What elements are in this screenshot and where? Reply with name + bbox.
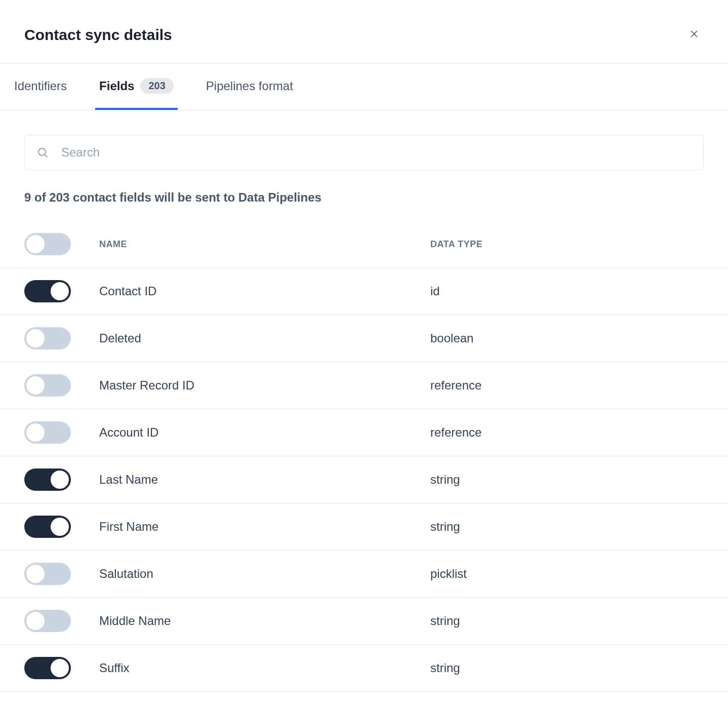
dialog-header: Contact sync details xyxy=(0,0,728,64)
row-toggle-col xyxy=(24,657,99,679)
table-row: Salutationpicklist xyxy=(0,551,728,598)
row-toggle-col xyxy=(24,374,99,397)
field-type: id xyxy=(430,284,704,298)
field-name: Last Name xyxy=(99,473,430,487)
field-name: Deleted xyxy=(99,331,430,345)
row-toggle-col xyxy=(24,327,99,349)
field-toggle[interactable] xyxy=(24,563,71,585)
field-type: reference xyxy=(430,425,704,440)
toggle-knob xyxy=(51,282,69,300)
toggle-knob xyxy=(26,329,45,347)
field-name: First Name xyxy=(99,520,430,534)
table-row: Suffixstring xyxy=(0,645,728,692)
close-button[interactable] xyxy=(684,24,704,45)
tab-fields-label: Fields xyxy=(99,79,134,93)
search-wrap xyxy=(24,135,704,170)
toggle-all[interactable] xyxy=(24,233,71,255)
row-toggle-col xyxy=(24,421,99,444)
dialog-title: Contact sync details xyxy=(24,26,172,44)
toggle-knob xyxy=(26,235,45,253)
table-row: Last Namestring xyxy=(0,456,728,503)
field-toggle[interactable] xyxy=(24,280,71,302)
field-toggle[interactable] xyxy=(24,610,71,632)
tab-pipelines-label: Pipelines format xyxy=(206,79,293,93)
table-row: Master Record IDreference xyxy=(0,362,728,409)
tab-bar: Identifiers Fields 203 Pipelines format xyxy=(0,64,728,110)
table-row: Middle Namestring xyxy=(0,598,728,645)
tab-fields-count-badge: 203 xyxy=(140,78,173,94)
field-toggle[interactable] xyxy=(24,327,71,349)
search-icon xyxy=(36,146,49,159)
field-toggle[interactable] xyxy=(24,516,71,538)
field-name: Account ID xyxy=(99,425,430,440)
tab-pipelines-format[interactable]: Pipelines format xyxy=(202,65,297,109)
table-row: Contact IDid xyxy=(0,268,728,315)
field-type: boolean xyxy=(430,331,704,345)
search-input[interactable] xyxy=(24,135,704,170)
field-type: string xyxy=(430,473,704,487)
field-type: reference xyxy=(430,378,704,393)
toggle-knob xyxy=(51,471,69,489)
header-toggle-col xyxy=(24,233,99,255)
row-toggle-col xyxy=(24,280,99,302)
field-name: Salutation xyxy=(99,567,430,581)
svg-line-3 xyxy=(45,155,48,158)
toggle-knob xyxy=(26,565,45,583)
toggle-knob xyxy=(51,659,69,677)
close-icon xyxy=(689,28,700,41)
field-toggle[interactable] xyxy=(24,421,71,444)
table-row: First Namestring xyxy=(0,503,728,551)
status-text: 9 of 203 contact fields will be sent to … xyxy=(24,190,704,205)
toggle-knob xyxy=(26,612,45,630)
toggle-knob xyxy=(26,376,45,395)
tab-fields[interactable]: Fields 203 xyxy=(95,64,178,110)
row-toggle-col xyxy=(24,468,99,491)
column-header-name: Name xyxy=(99,239,430,250)
toggle-knob xyxy=(26,423,45,442)
field-type: string xyxy=(430,520,704,534)
field-type: picklist xyxy=(430,567,704,581)
table-row: Account IDreference xyxy=(0,409,728,456)
table-row: Deletedboolean xyxy=(0,315,728,362)
field-type: string xyxy=(430,614,704,628)
field-name: Master Record ID xyxy=(99,378,430,393)
field-name: Contact ID xyxy=(99,284,430,298)
field-toggle[interactable] xyxy=(24,657,71,679)
column-header-data-type: Data Type xyxy=(430,239,704,250)
field-name: Middle Name xyxy=(99,614,430,628)
table-header: Name Data Type xyxy=(0,225,728,268)
row-toggle-col xyxy=(24,563,99,585)
row-toggle-col xyxy=(24,610,99,632)
row-toggle-col xyxy=(24,516,99,538)
field-type: string xyxy=(430,661,704,675)
field-toggle[interactable] xyxy=(24,374,71,397)
toggle-knob xyxy=(51,518,69,536)
rows-container: Contact IDidDeletedbooleanMaster Record … xyxy=(24,268,704,692)
field-name: Suffix xyxy=(99,661,430,675)
field-toggle[interactable] xyxy=(24,468,71,491)
tab-identifiers-label: Identifiers xyxy=(14,79,67,93)
tab-identifiers[interactable]: Identifiers xyxy=(10,65,71,109)
content-area: 9 of 203 contact fields will be sent to … xyxy=(0,110,728,703)
